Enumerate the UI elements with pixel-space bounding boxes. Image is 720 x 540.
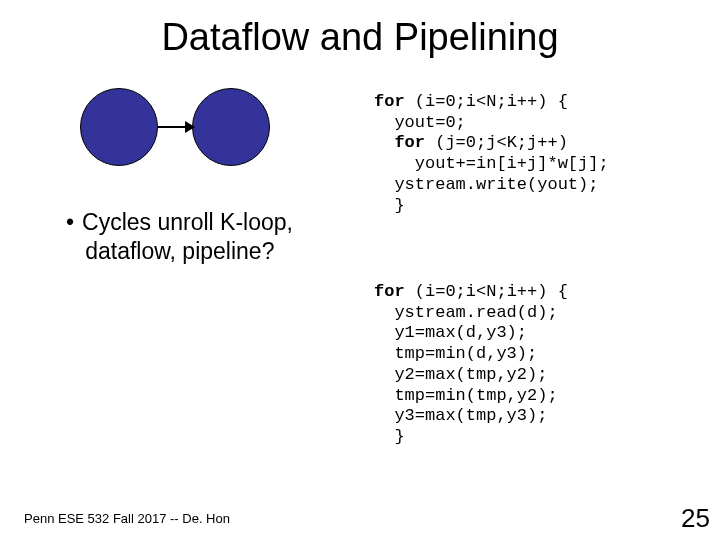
page-number: 25 xyxy=(681,503,710,534)
code-text: y3=max(tmp,y3); xyxy=(374,406,547,425)
arrow-line xyxy=(158,126,188,128)
bullet-item: •Cycles unroll K-loop, dataflow, pipelin… xyxy=(66,208,293,266)
code-text: yout+=in[i+j]*w[j]; xyxy=(374,154,609,173)
code-text: tmp=min(tmp,y2); xyxy=(374,386,558,405)
code-text: y2=max(tmp,y2); xyxy=(374,365,547,384)
dataflow-diagram xyxy=(80,88,300,178)
code-text: (i=0;i<N;i++) { xyxy=(405,282,568,301)
code-block-2: for (i=0;i<N;i++) { ystream.read(d); y1=… xyxy=(374,282,568,448)
code-text: ystream.read(d); xyxy=(374,303,558,322)
code-text xyxy=(374,133,394,152)
node-right xyxy=(192,88,270,166)
code-text: } xyxy=(374,196,405,215)
slide-title: Dataflow and Pipelining xyxy=(0,0,720,59)
code-text: tmp=min(d,y3); xyxy=(374,344,537,363)
bullet-dot-icon: • xyxy=(66,209,74,235)
code-text: y1=max(d,y3); xyxy=(374,323,527,342)
code-text: ystream.write(yout); xyxy=(374,175,598,194)
bullet-line1: Cycles unroll K-loop, xyxy=(82,209,293,235)
code-text: (i=0;i<N;i++) { xyxy=(405,92,568,111)
code-text: } xyxy=(374,427,405,446)
keyword-for: for xyxy=(374,92,405,111)
code-text: yout=0; xyxy=(374,113,466,132)
code-text: (j=0;j<K;j++) xyxy=(425,133,568,152)
footer-text: Penn ESE 532 Fall 2017 -- De. Hon xyxy=(24,511,230,526)
node-left xyxy=(80,88,158,166)
code-block-1: for (i=0;i<N;i++) { yout=0; for (j=0;j<K… xyxy=(374,92,609,216)
bullet-line2: dataflow, pipeline? xyxy=(85,238,274,264)
keyword-for: for xyxy=(374,282,405,301)
arrow-head-icon xyxy=(185,121,195,133)
keyword-for: for xyxy=(394,133,425,152)
